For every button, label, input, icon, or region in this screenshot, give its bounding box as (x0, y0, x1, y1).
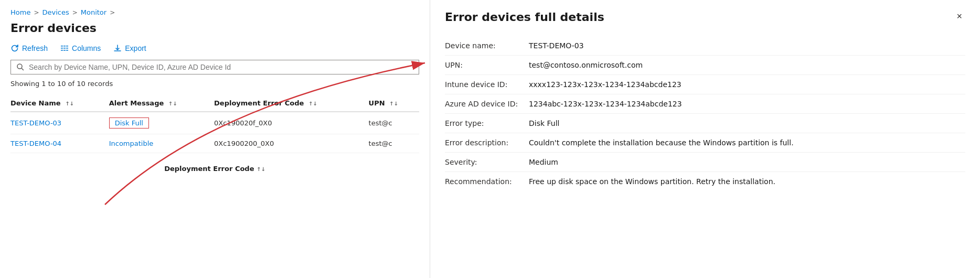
label-severity: Severity: (445, 153, 529, 172)
search-box (10, 60, 419, 74)
svg-rect-3 (63, 46, 66, 47)
cell-device-name-1: TEST-DEMO-03 (10, 112, 109, 134)
device-link-1[interactable]: TEST-DEMO-03 (10, 119, 61, 127)
close-button[interactable]: × (953, 10, 965, 22)
label-azure-id: Azure AD device ID: (445, 94, 529, 114)
sort-icon-deployment-error-code: ↑↓ (308, 101, 317, 106)
breadcrumb-monitor[interactable]: Monitor (81, 8, 106, 16)
incompatible-link[interactable]: Incompatible (109, 140, 154, 147)
label-error-type: Error type: (445, 114, 529, 133)
breadcrumb-sep-1: > (34, 9, 39, 16)
cell-alert-2: Incompatible (109, 134, 214, 153)
cell-error-code-1: 0Xc190020f_0X0 (214, 112, 369, 134)
export-button[interactable]: Export (113, 42, 146, 55)
value-device-name: TEST-DEMO-03 (529, 36, 965, 56)
label-device-name: Device name: (445, 36, 529, 56)
value-azure-id: 1234abc-123x-123x-1234-1234abcde123 (529, 94, 965, 114)
left-panel: Home > Devices > Monitor > Error devices… (0, 0, 430, 278)
col-deployment-error-code[interactable]: Deployment Error Code ↑↓ (214, 95, 369, 112)
columns-icon (60, 44, 69, 52)
table-footer: Deployment Error Code ↑↓ (10, 165, 419, 173)
svg-point-9 (17, 64, 22, 69)
svg-rect-4 (63, 48, 66, 49)
sort-icon-upn: ↑↓ (389, 101, 398, 106)
cell-alert-1: Disk Full (109, 112, 214, 134)
value-upn: test@contoso.onmicrosoft.com (529, 56, 965, 75)
table-row: TEST-DEMO-03 Disk Full 0Xc190020f_0X0 te… (10, 112, 419, 134)
disk-full-badge: Disk Full (109, 117, 149, 129)
sort-icon-footer: ↑↓ (257, 166, 265, 172)
refresh-button[interactable]: Refresh (10, 42, 48, 55)
value-error-type: Disk Full (529, 114, 965, 133)
search-input[interactable] (29, 63, 413, 71)
record-count: Showing 1 to 10 of 10 records (10, 80, 419, 88)
refresh-icon (10, 44, 19, 52)
breadcrumb: Home > Devices > Monitor > (10, 8, 419, 16)
svg-rect-1 (61, 48, 63, 49)
label-recommendation: Recommendation: (445, 172, 529, 191)
breadcrumb-devices[interactable]: Devices (42, 8, 69, 16)
page-title: Error devices (10, 22, 419, 35)
export-icon (113, 44, 122, 52)
table-row: TEST-DEMO-04 Incompatible 0Xc1900200_0X0… (10, 134, 419, 153)
breadcrumb-home[interactable]: Home (10, 8, 30, 16)
svg-rect-8 (66, 50, 68, 51)
breadcrumb-sep-2: > (72, 9, 78, 16)
label-error-description: Error description: (445, 133, 529, 153)
breadcrumb-sep-3: > (110, 9, 115, 16)
detail-header: Error devices full details × (445, 10, 965, 24)
data-table: Device Name ↑↓ Alert Message ↑↓ Deployme… (10, 95, 419, 153)
sort-icon-alert-message: ↑↓ (168, 101, 177, 106)
svg-rect-0 (61, 46, 63, 47)
label-intune-id: Intune device ID: (445, 75, 529, 94)
value-intune-id: xxxx123-123x-123x-1234-1234abcde123 (529, 75, 965, 94)
col-device-name[interactable]: Device Name ↑↓ (10, 95, 109, 112)
device-link-2[interactable]: TEST-DEMO-04 (10, 140, 61, 147)
value-severity: Medium (529, 153, 965, 172)
cell-error-code-2: 0Xc1900200_0X0 (214, 134, 369, 153)
toolbar: Refresh Columns Export (10, 42, 419, 55)
search-icon (16, 63, 25, 71)
detail-title: Error devices full details (445, 10, 604, 24)
col-upn[interactable]: UPN ↑↓ (369, 95, 419, 112)
cell-upn-2: test@c (369, 134, 419, 153)
svg-rect-5 (63, 50, 66, 51)
cell-device-name-2: TEST-DEMO-04 (10, 134, 109, 153)
svg-rect-2 (61, 50, 63, 51)
cell-upn-1: test@c (369, 112, 419, 134)
svg-rect-7 (66, 48, 68, 49)
sort-icon-device-name: ↑↓ (65, 101, 74, 106)
value-recommendation: Free up disk space on the Windows partit… (529, 172, 965, 191)
col-alert-message[interactable]: Alert Message ↑↓ (109, 95, 214, 112)
value-error-description: Couldn't complete the installation becau… (529, 133, 965, 153)
svg-rect-6 (66, 46, 68, 47)
detail-grid: Device name: TEST-DEMO-03 UPN: test@cont… (445, 36, 965, 191)
label-upn: UPN: (445, 56, 529, 75)
right-panel: Error devices full details × Device name… (430, 0, 980, 278)
columns-button[interactable]: Columns (60, 42, 101, 55)
